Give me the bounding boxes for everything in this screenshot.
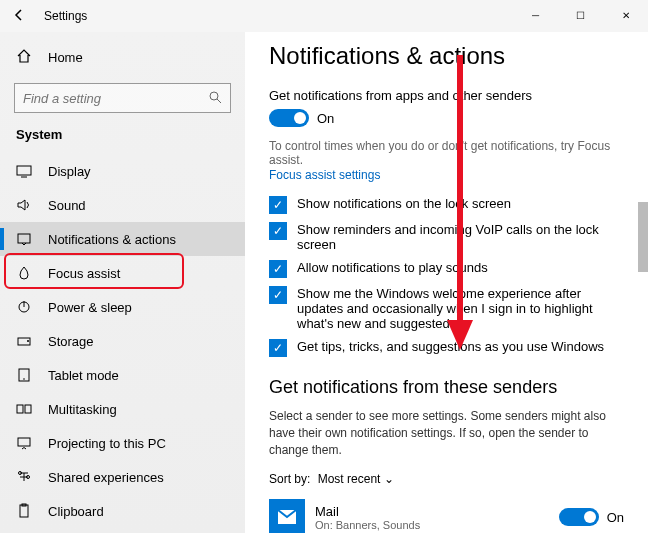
svg-rect-2: [17, 166, 31, 175]
home-label: Home: [48, 50, 83, 65]
checkbox-icon: ✓: [269, 196, 287, 214]
svg-point-0: [210, 92, 218, 100]
sidebar-item-clipboard[interactable]: Clipboard: [0, 494, 245, 528]
svg-point-8: [27, 340, 29, 342]
svg-point-10: [23, 378, 25, 380]
sidebar-item-projecting[interactable]: Projecting to this PC: [0, 426, 245, 460]
display-icon: [16, 163, 34, 179]
toggle-state: On: [317, 111, 334, 126]
senders-desc: Select a sender to see more settings. So…: [269, 408, 624, 458]
sidebar-item-storage[interactable]: Storage: [0, 324, 245, 358]
multitasking-icon: [16, 401, 34, 417]
checkbox-icon: ✓: [269, 260, 287, 278]
shared-icon: [16, 469, 34, 485]
search-icon: [208, 90, 222, 107]
svg-rect-11: [17, 405, 23, 413]
checkbox-icon: ✓: [269, 286, 287, 304]
scrollbar[interactable]: [638, 202, 648, 272]
sidebar: Home System Display Sound Notifications …: [0, 32, 245, 533]
sort-value: Most recent: [318, 472, 381, 486]
tablet-icon: [16, 367, 34, 383]
sidebar-item-notifications[interactable]: Notifications & actions: [0, 222, 245, 256]
storage-icon: [16, 333, 34, 349]
sender-toggle[interactable]: [559, 508, 599, 526]
focus-assist-hint: To control times when you do or don't ge…: [269, 139, 624, 167]
search-box[interactable]: [14, 83, 231, 113]
mail-icon: [269, 499, 305, 533]
sidebar-item-display[interactable]: Display: [0, 154, 245, 188]
sidebar-item-multitasking[interactable]: Multitasking: [0, 392, 245, 426]
notifications-toggle[interactable]: [269, 109, 309, 127]
sender-row[interactable]: Mail On: Banners, Sounds On: [269, 496, 624, 533]
sidebar-item-sound[interactable]: Sound: [0, 188, 245, 222]
svg-rect-4: [18, 234, 30, 243]
focus-icon: [16, 265, 34, 281]
sidebar-item-shared[interactable]: Shared experiences: [0, 460, 245, 494]
svg-rect-12: [25, 405, 31, 413]
close-button[interactable]: ✕: [603, 0, 648, 30]
home-icon: [16, 48, 34, 67]
maximize-button[interactable]: ☐: [558, 0, 603, 30]
sidebar-item-tablet[interactable]: Tablet mode: [0, 358, 245, 392]
sidebar-item-power[interactable]: Power & sleep: [0, 290, 245, 324]
power-icon: [16, 299, 34, 315]
checkbox-row[interactable]: ✓Show notifications on the lock screen: [269, 196, 624, 214]
subheading: Get notifications from apps and other se…: [269, 88, 624, 103]
back-icon[interactable]: [12, 8, 32, 25]
content-area: Notifications & actions Get notification…: [245, 32, 648, 533]
search-input[interactable]: [23, 91, 208, 106]
svg-rect-13: [18, 438, 30, 446]
minimize-button[interactable]: ─: [513, 0, 558, 30]
projecting-icon: [16, 435, 34, 451]
window-controls: ─ ☐ ✕: [513, 0, 648, 30]
chevron-down-icon: ⌄: [384, 472, 394, 486]
notifications-icon: [16, 231, 34, 247]
checkbox-row[interactable]: ✓Allow notifications to play sounds: [269, 260, 624, 278]
senders-heading: Get notifications from these senders: [269, 377, 624, 398]
checkbox-row[interactable]: ✓Get tips, tricks, and suggestions as yo…: [269, 339, 624, 357]
svg-rect-16: [20, 505, 28, 517]
checkbox-row[interactable]: ✓Show reminders and incoming VoIP calls …: [269, 222, 624, 252]
sound-icon: [16, 197, 34, 213]
page-title: Notifications & actions: [269, 42, 624, 70]
svg-line-1: [217, 99, 221, 103]
home-link[interactable]: Home: [0, 42, 245, 73]
sidebar-item-focus[interactable]: Focus assist: [0, 256, 245, 290]
checkbox-icon: ✓: [269, 222, 287, 240]
sort-row[interactable]: Sort by: Most recent ⌄: [269, 472, 624, 486]
focus-assist-link[interactable]: Focus assist settings: [269, 168, 380, 182]
section-label: System: [0, 127, 245, 154]
checkbox-row[interactable]: ✓Show me the Windows welcome experience …: [269, 286, 624, 331]
checkbox-icon: ✓: [269, 339, 287, 357]
clipboard-icon: [16, 503, 34, 519]
window-title: Settings: [44, 9, 87, 23]
